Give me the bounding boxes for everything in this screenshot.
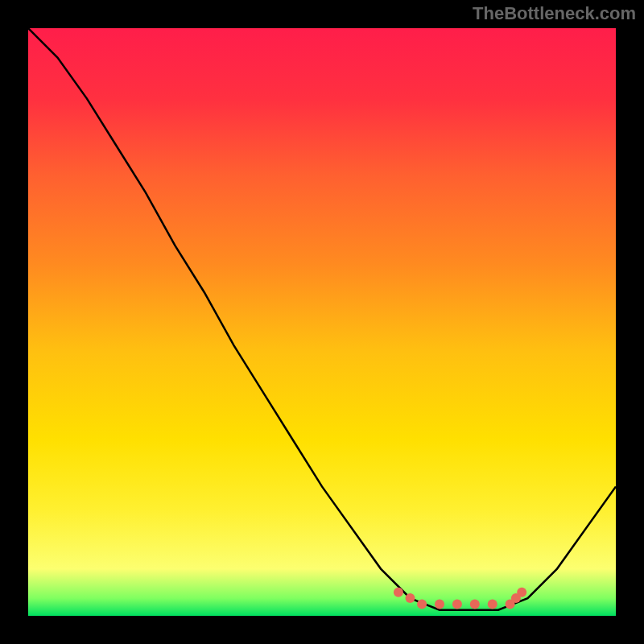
bottleneck-curve [28, 28, 616, 610]
marker-dot [394, 588, 403, 597]
marker-dot [488, 599, 497, 609]
marker-dot [470, 599, 480, 609]
chart-container: TheBottleneck.com [0, 0, 644, 644]
marker-dot [417, 599, 427, 609]
marker-dot [435, 599, 444, 609]
watermark-text: TheBottleneck.com [473, 3, 636, 24]
optimal-zone-markers [394, 588, 526, 609]
chart-svg [28, 28, 616, 616]
marker-dot [517, 588, 526, 597]
marker-dot [406, 593, 415, 603]
plot-area [28, 28, 616, 616]
marker-dot [452, 599, 462, 609]
